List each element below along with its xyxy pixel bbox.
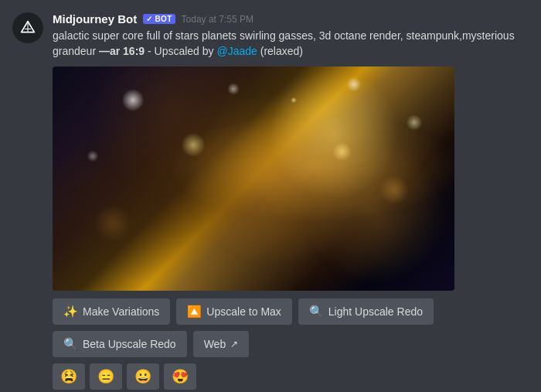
neutral-emoji-button[interactable]: 😑	[90, 363, 122, 390]
grin-emoji-button[interactable]: 😀	[127, 363, 159, 390]
neutral-emoji: 😑	[97, 368, 114, 385]
timestamp: Today at 7:55 PM	[182, 14, 253, 25]
beta-upscale-redo-label: Beta Upscale Redo	[83, 338, 176, 350]
tired-emoji: 😫	[60, 368, 77, 385]
action-buttons-row-1: ✨ Make Variations 🔼 Upscale to Max 🔍 Lig…	[53, 298, 529, 325]
wand-icon: ✨	[63, 305, 78, 319]
image-placeholder	[53, 66, 454, 291]
emoji-reactions-row: 😫 😑 😀 😍	[53, 363, 529, 390]
mention-suffix: (relaxed)	[260, 45, 303, 57]
message-content: Midjourney Bot ✓ BOT Today at 7:55 PM ga…	[53, 12, 529, 390]
magnify-icon: 🔍	[309, 305, 324, 319]
web-label: Web	[204, 338, 226, 350]
make-variations-button[interactable]: ✨ Make Variations	[53, 298, 170, 325]
heart-eyes-emoji: 😍	[172, 368, 189, 385]
avatar	[12, 12, 43, 43]
prompt-suffix: - Upscaled by	[148, 45, 216, 57]
upscale-to-max-button[interactable]: 🔼 Upscale to Max	[176, 298, 291, 325]
light-upscale-redo-label: Light Upscale Redo	[328, 305, 423, 318]
web-button[interactable]: Web ↗	[193, 331, 250, 357]
prompt-text: galactic super core full of stars planet…	[53, 29, 529, 59]
action-buttons-row-2: 🔍 Beta Upscale Redo Web ↗	[53, 331, 529, 357]
bot-badge: ✓ BOT	[143, 14, 175, 24]
beta-upscale-redo-button[interactable]: 🔍 Beta Upscale Redo	[53, 331, 187, 357]
beta-magnify-icon: 🔍	[63, 337, 78, 351]
upscale-icon: 🔼	[187, 305, 202, 319]
make-variations-label: Make Variations	[83, 305, 159, 318]
message-container: Midjourney Bot ✓ BOT Today at 7:55 PM ga…	[12, 12, 529, 390]
bot-name: Midjourney Bot	[53, 12, 137, 26]
upscale-to-max-label: Upscale to Max	[206, 305, 281, 318]
mention: @Jaade	[216, 45, 257, 57]
tired-emoji-button[interactable]: 😫	[53, 363, 85, 390]
heart-eyes-emoji-button[interactable]: 😍	[164, 363, 196, 390]
message-header: Midjourney Bot ✓ BOT Today at 7:55 PM	[53, 12, 529, 26]
generated-image	[53, 66, 454, 291]
grin-emoji: 😀	[134, 368, 151, 385]
light-upscale-redo-button[interactable]: 🔍 Light Upscale Redo	[298, 298, 434, 325]
external-link-icon: ↗	[230, 339, 238, 349]
